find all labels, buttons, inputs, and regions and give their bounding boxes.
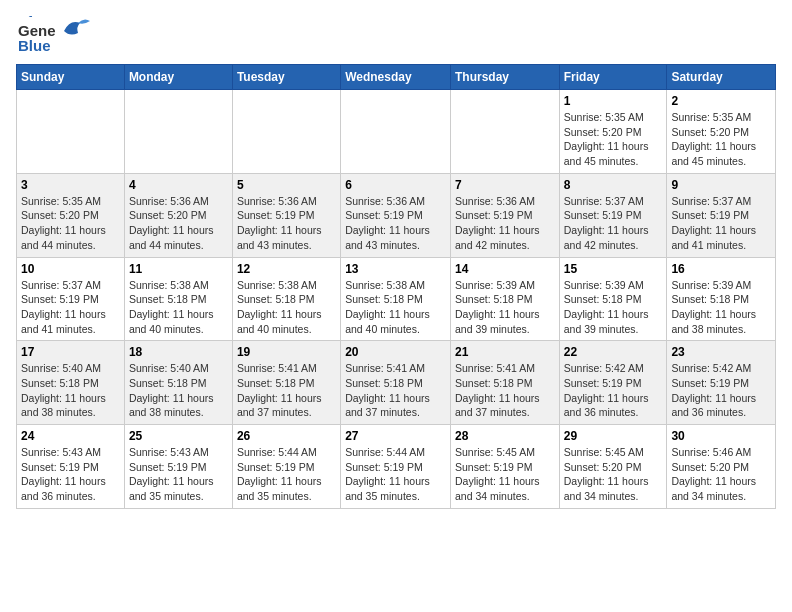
day-info: Sunrise: 5:42 AM Sunset: 5:19 PM Dayligh… xyxy=(564,361,663,420)
day-info: Sunrise: 5:37 AM Sunset: 5:19 PM Dayligh… xyxy=(671,194,771,253)
svg-text:Blue: Blue xyxy=(18,37,51,54)
col-header-monday: Monday xyxy=(124,65,232,90)
day-info: Sunrise: 5:45 AM Sunset: 5:19 PM Dayligh… xyxy=(455,445,555,504)
day-info: Sunrise: 5:40 AM Sunset: 5:18 PM Dayligh… xyxy=(129,361,228,420)
day-number: 20 xyxy=(345,345,446,359)
day-number: 13 xyxy=(345,262,446,276)
calendar-cell: 28Sunrise: 5:45 AM Sunset: 5:19 PM Dayli… xyxy=(450,425,559,509)
calendar-cell: 10Sunrise: 5:37 AM Sunset: 5:19 PM Dayli… xyxy=(17,257,125,341)
day-number: 27 xyxy=(345,429,446,443)
col-header-friday: Friday xyxy=(559,65,667,90)
day-number: 4 xyxy=(129,178,228,192)
day-number: 14 xyxy=(455,262,555,276)
day-info: Sunrise: 5:38 AM Sunset: 5:18 PM Dayligh… xyxy=(237,278,336,337)
calendar-cell: 18Sunrise: 5:40 AM Sunset: 5:18 PM Dayli… xyxy=(124,341,232,425)
day-info: Sunrise: 5:38 AM Sunset: 5:18 PM Dayligh… xyxy=(129,278,228,337)
day-number: 2 xyxy=(671,94,771,108)
day-number: 23 xyxy=(671,345,771,359)
calendar-week-row: 1Sunrise: 5:35 AM Sunset: 5:20 PM Daylig… xyxy=(17,90,776,174)
calendar-cell: 15Sunrise: 5:39 AM Sunset: 5:18 PM Dayli… xyxy=(559,257,667,341)
day-number: 25 xyxy=(129,429,228,443)
day-info: Sunrise: 5:37 AM Sunset: 5:19 PM Dayligh… xyxy=(564,194,663,253)
day-info: Sunrise: 5:36 AM Sunset: 5:19 PM Dayligh… xyxy=(237,194,336,253)
calendar-cell: 4Sunrise: 5:36 AM Sunset: 5:20 PM Daylig… xyxy=(124,173,232,257)
calendar-week-row: 17Sunrise: 5:40 AM Sunset: 5:18 PM Dayli… xyxy=(17,341,776,425)
calendar-cell: 12Sunrise: 5:38 AM Sunset: 5:18 PM Dayli… xyxy=(232,257,340,341)
calendar-cell: 22Sunrise: 5:42 AM Sunset: 5:19 PM Dayli… xyxy=(559,341,667,425)
day-number: 8 xyxy=(564,178,663,192)
col-header-thursday: Thursday xyxy=(450,65,559,90)
day-info: Sunrise: 5:35 AM Sunset: 5:20 PM Dayligh… xyxy=(671,110,771,169)
calendar-cell: 16Sunrise: 5:39 AM Sunset: 5:18 PM Dayli… xyxy=(667,257,776,341)
day-number: 28 xyxy=(455,429,555,443)
day-number: 3 xyxy=(21,178,120,192)
day-info: Sunrise: 5:43 AM Sunset: 5:19 PM Dayligh… xyxy=(129,445,228,504)
day-number: 11 xyxy=(129,262,228,276)
day-number: 5 xyxy=(237,178,336,192)
day-info: Sunrise: 5:35 AM Sunset: 5:20 PM Dayligh… xyxy=(564,110,663,169)
day-number: 29 xyxy=(564,429,663,443)
calendar-cell xyxy=(17,90,125,174)
day-number: 30 xyxy=(671,429,771,443)
calendar-cell xyxy=(341,90,451,174)
calendar-cell: 3Sunrise: 5:35 AM Sunset: 5:20 PM Daylig… xyxy=(17,173,125,257)
bird-icon xyxy=(62,17,92,45)
calendar-cell: 23Sunrise: 5:42 AM Sunset: 5:19 PM Dayli… xyxy=(667,341,776,425)
day-info: Sunrise: 5:36 AM Sunset: 5:19 PM Dayligh… xyxy=(345,194,446,253)
day-info: Sunrise: 5:40 AM Sunset: 5:18 PM Dayligh… xyxy=(21,361,120,420)
col-header-tuesday: Tuesday xyxy=(232,65,340,90)
calendar-cell: 26Sunrise: 5:44 AM Sunset: 5:19 PM Dayli… xyxy=(232,425,340,509)
day-info: Sunrise: 5:39 AM Sunset: 5:18 PM Dayligh… xyxy=(671,278,771,337)
day-number: 22 xyxy=(564,345,663,359)
col-header-wednesday: Wednesday xyxy=(341,65,451,90)
day-number: 17 xyxy=(21,345,120,359)
calendar-cell: 9Sunrise: 5:37 AM Sunset: 5:19 PM Daylig… xyxy=(667,173,776,257)
calendar-cell: 6Sunrise: 5:36 AM Sunset: 5:19 PM Daylig… xyxy=(341,173,451,257)
calendar-cell xyxy=(124,90,232,174)
day-info: Sunrise: 5:38 AM Sunset: 5:18 PM Dayligh… xyxy=(345,278,446,337)
day-number: 1 xyxy=(564,94,663,108)
logo-icon: General Blue xyxy=(16,16,56,56)
day-info: Sunrise: 5:46 AM Sunset: 5:20 PM Dayligh… xyxy=(671,445,771,504)
day-info: Sunrise: 5:44 AM Sunset: 5:19 PM Dayligh… xyxy=(237,445,336,504)
day-number: 26 xyxy=(237,429,336,443)
calendar-cell: 14Sunrise: 5:39 AM Sunset: 5:18 PM Dayli… xyxy=(450,257,559,341)
day-info: Sunrise: 5:41 AM Sunset: 5:18 PM Dayligh… xyxy=(345,361,446,420)
day-number: 19 xyxy=(237,345,336,359)
day-info: Sunrise: 5:45 AM Sunset: 5:20 PM Dayligh… xyxy=(564,445,663,504)
calendar-cell: 25Sunrise: 5:43 AM Sunset: 5:19 PM Dayli… xyxy=(124,425,232,509)
calendar-header-row: SundayMondayTuesdayWednesdayThursdayFrid… xyxy=(17,65,776,90)
calendar-cell: 2Sunrise: 5:35 AM Sunset: 5:20 PM Daylig… xyxy=(667,90,776,174)
calendar-cell: 29Sunrise: 5:45 AM Sunset: 5:20 PM Dayli… xyxy=(559,425,667,509)
day-info: Sunrise: 5:44 AM Sunset: 5:19 PM Dayligh… xyxy=(345,445,446,504)
day-info: Sunrise: 5:35 AM Sunset: 5:20 PM Dayligh… xyxy=(21,194,120,253)
calendar-cell: 11Sunrise: 5:38 AM Sunset: 5:18 PM Dayli… xyxy=(124,257,232,341)
calendar-cell: 1Sunrise: 5:35 AM Sunset: 5:20 PM Daylig… xyxy=(559,90,667,174)
calendar-cell: 7Sunrise: 5:36 AM Sunset: 5:19 PM Daylig… xyxy=(450,173,559,257)
calendar-cell: 30Sunrise: 5:46 AM Sunset: 5:20 PM Dayli… xyxy=(667,425,776,509)
day-info: Sunrise: 5:39 AM Sunset: 5:18 PM Dayligh… xyxy=(564,278,663,337)
day-number: 18 xyxy=(129,345,228,359)
col-header-sunday: Sunday xyxy=(17,65,125,90)
day-info: Sunrise: 5:39 AM Sunset: 5:18 PM Dayligh… xyxy=(455,278,555,337)
day-number: 16 xyxy=(671,262,771,276)
day-info: Sunrise: 5:41 AM Sunset: 5:18 PM Dayligh… xyxy=(237,361,336,420)
calendar-cell xyxy=(232,90,340,174)
day-number: 12 xyxy=(237,262,336,276)
day-number: 21 xyxy=(455,345,555,359)
calendar-cell: 24Sunrise: 5:43 AM Sunset: 5:19 PM Dayli… xyxy=(17,425,125,509)
day-number: 6 xyxy=(345,178,446,192)
calendar-cell: 8Sunrise: 5:37 AM Sunset: 5:19 PM Daylig… xyxy=(559,173,667,257)
calendar-week-row: 24Sunrise: 5:43 AM Sunset: 5:19 PM Dayli… xyxy=(17,425,776,509)
page-header: General Blue xyxy=(16,16,776,56)
day-info: Sunrise: 5:41 AM Sunset: 5:18 PM Dayligh… xyxy=(455,361,555,420)
calendar-cell: 20Sunrise: 5:41 AM Sunset: 5:18 PM Dayli… xyxy=(341,341,451,425)
day-number: 9 xyxy=(671,178,771,192)
calendar-cell: 21Sunrise: 5:41 AM Sunset: 5:18 PM Dayli… xyxy=(450,341,559,425)
calendar-cell: 17Sunrise: 5:40 AM Sunset: 5:18 PM Dayli… xyxy=(17,341,125,425)
day-info: Sunrise: 5:37 AM Sunset: 5:19 PM Dayligh… xyxy=(21,278,120,337)
day-number: 10 xyxy=(21,262,120,276)
calendar-cell: 5Sunrise: 5:36 AM Sunset: 5:19 PM Daylig… xyxy=(232,173,340,257)
calendar-cell: 13Sunrise: 5:38 AM Sunset: 5:18 PM Dayli… xyxy=(341,257,451,341)
day-info: Sunrise: 5:36 AM Sunset: 5:19 PM Dayligh… xyxy=(455,194,555,253)
